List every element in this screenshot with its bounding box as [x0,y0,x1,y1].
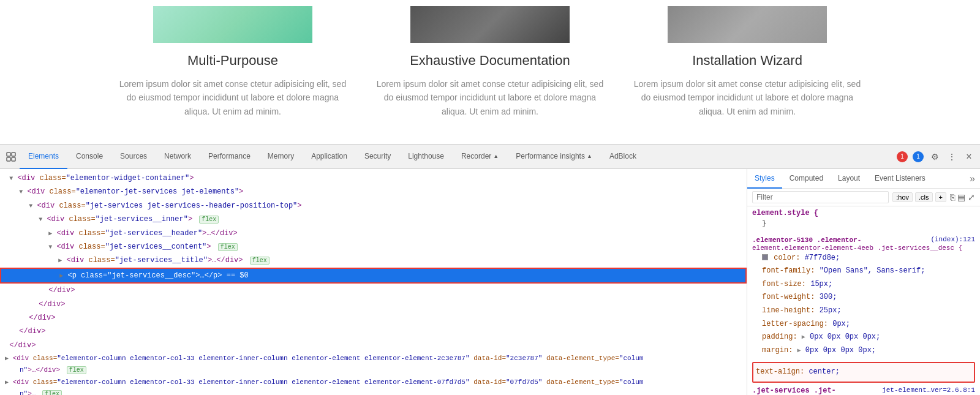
html-line-7[interactable]: <div class="jet-services__title">…</div>… [0,254,747,267]
devtools-toolbar: Elements Console Sources Network Perform… [0,145,980,169]
feature-title-2: Exhaustive Documentation [374,53,606,69]
expand-icon-4[interactable] [39,214,42,225]
style-prop-font-weight[interactable]: font-weight: 300; [752,291,975,304]
svg-rect-2 [7,157,10,161]
styles-panel: Styles Computed Layout Event Listeners »… [747,169,980,395]
tab-recorder[interactable]: Recorder ▲ [453,145,507,169]
devtools-main: <div class="elementor-widget-container">… [0,169,980,395]
tab-memory[interactable]: Memory [259,145,303,169]
html-line-12[interactable]: </div> [0,325,747,338]
style-selector-cont: element.elementor-element-4eeb .jet-serv… [752,244,975,252]
tab-security[interactable]: Security [356,145,399,169]
close-devtools-button[interactable]: × [963,151,975,163]
html-line-2[interactable]: <div class="elementor-jet-services jet-e… [0,185,747,198]
svg-rect-3 [12,157,15,161]
error-badge: 1 [897,151,908,162]
fullscreen-styles-icon[interactable]: ⤢ [968,192,975,202]
html-line-6[interactable]: <div class="jet-services__content"> flex [0,240,747,254]
more-options-icon[interactable]: ⋮ [946,151,958,163]
feature-title-1: Multi-Purpouse [116,53,349,69]
expand-icon-1[interactable] [9,173,13,184]
styles-tabs: Styles Computed Layout Event Listeners » [747,169,980,189]
html-line-3[interactable]: <div class="jet-services jet-services--h… [0,199,747,213]
tab-sources[interactable]: Sources [111,145,156,169]
expand-icon-8[interactable] [59,271,63,281]
expand-icon-3[interactable] [29,201,32,211]
styles-filter-input[interactable] [752,191,889,203]
tab-performance-insights[interactable]: Performance insights ▲ [507,145,601,169]
tab-adblock[interactable]: AdBlock [601,145,645,169]
html-line-5[interactable]: <div class="jet-services__header">…</div… [0,227,747,240]
settings-icon[interactable]: ⚙ [929,151,941,163]
tab-console[interactable]: Console [67,145,111,169]
style-prop-color[interactable]: color: #7f7d8e; [752,252,975,265]
color-swatch-icon [762,254,768,260]
style-prop-letter-spacing[interactable]: letter-spacing: 0px; [752,318,975,331]
style-selector-elementor: .elementor-5130 .elementor- (index):121 [752,236,975,244]
style-rule-element: element.style { } [752,209,975,231]
hov-cls-buttons: :hov .cls + [892,192,946,202]
tab-performance[interactable]: Performance [200,145,259,169]
expand-icon-long1[interactable] [5,353,9,364]
style-selector-jet: .jet-services .jet- jet-element…ver=2.6.… [752,386,975,395]
feature-image-3 [668,6,827,43]
toggle-styles-icon[interactable]: ▤ [957,192,965,202]
expand-icon-2[interactable] [19,187,23,197]
html-line-8-selected[interactable]: <p class="jet-services__desc">…</p> == $… [0,268,747,284]
html-line-11[interactable]: </div> [0,311,747,325]
plus-button[interactable]: + [935,192,946,202]
tab-application[interactable]: Application [303,145,356,169]
feature-col-2: Exhaustive Documentation Lorem ipsum dol… [361,6,619,132]
html-line-long-2[interactable]: <div class="elementor-column elementor-c… [0,376,747,395]
inspect-icon[interactable] [5,151,17,163]
expand-icon-6[interactable] [48,242,52,252]
feature-desc-1: Lorem ipsum dolor sit amet conse ctetur … [116,77,349,118]
feature-image-2 [410,6,570,43]
style-rule-jet-services: .jet-services .jet- jet-element…ver=2.6.… [752,386,975,395]
elements-panel[interactable]: <div class="elementor-widget-container">… [0,169,747,395]
style-rule-text-align: text-align: center; [752,362,975,383]
style-prop-padding[interactable]: padding: ▶ 0px 0px 0px 0px; [752,331,975,344]
html-line-13[interactable]: </div> [0,339,747,352]
style-prop-line-height[interactable]: line-height: 25px; [752,304,975,318]
styles-tab-more-icon[interactable]: » [965,169,980,188]
tab-elements[interactable]: Elements [20,145,67,169]
html-line-long-1[interactable]: <div class="elementor-column elementor-c… [0,352,747,376]
styles-action-icons: ⎘ ▤ ⤢ [950,192,975,202]
style-closing-brace-1: } [752,217,975,231]
hov-button[interactable]: :hov [892,192,913,202]
styles-tab-event-listeners[interactable]: Event Listeners [867,169,933,189]
tab-lighthouse[interactable]: Lighthouse [399,145,453,169]
expand-icon-7[interactable] [58,255,62,266]
devtools-panel: Elements Console Sources Network Perform… [0,144,980,395]
style-selector-element: element.style { [752,209,975,217]
style-prop-font-family[interactable]: font-family: "Open Sans", Sans-serif; [752,265,975,278]
cls-button[interactable]: .cls [915,192,933,202]
info-badge: 1 [913,151,924,162]
html-line-4[interactable]: <div class="jet-services__inner"> flex [0,213,747,226]
feature-title-3: Installation Wizard [631,53,864,69]
feature-col-3: Installation Wizard Lorem ipsum dolor si… [619,6,876,132]
styles-tab-styles[interactable]: Styles [747,169,782,189]
styles-tab-computed[interactable]: Computed [782,169,831,189]
feature-desc-3: Lorem ipsum dolor sit amet conse ctetur … [631,77,864,118]
styles-tab-layout[interactable]: Layout [831,169,867,189]
style-prop-font-size[interactable]: font-size: 15px; [752,278,975,292]
style-rule-elementor: .elementor-5130 .elementor- (index):121 … [752,236,975,358]
copy-styles-icon[interactable]: ⎘ [950,192,955,202]
feature-col-1: Multi-Purpouse Lorem ipsum dolor sit ame… [104,6,361,132]
website-preview: Multi-Purpouse Lorem ipsum dolor sit ame… [0,0,980,144]
style-prop-text-align[interactable]: text-align: center; [756,366,971,379]
html-line-9[interactable]: </div> [0,284,747,297]
styles-filter-toolbar: :hov .cls + ⎘ ▤ ⤢ [747,189,980,206]
styles-content[interactable]: element.style { } .elementor-5130 .eleme… [747,206,980,395]
html-line-10[interactable]: </div> [0,298,747,311]
tab-network[interactable]: Network [156,145,200,169]
expand-icon-long2[interactable] [5,377,9,388]
style-prop-margin[interactable]: margin: ▶ 0px 0px 0px 0px; [752,344,975,358]
toolbar-icons: 1 1 ⚙ ⋮ × [897,151,975,163]
html-line-1[interactable]: <div class="elementor-widget-container"> [0,171,747,185]
expand-icon-5[interactable] [48,228,52,239]
feature-desc-2: Lorem ipsum dolor sit amet conse ctetur … [374,77,606,118]
svg-rect-0 [7,152,10,156]
